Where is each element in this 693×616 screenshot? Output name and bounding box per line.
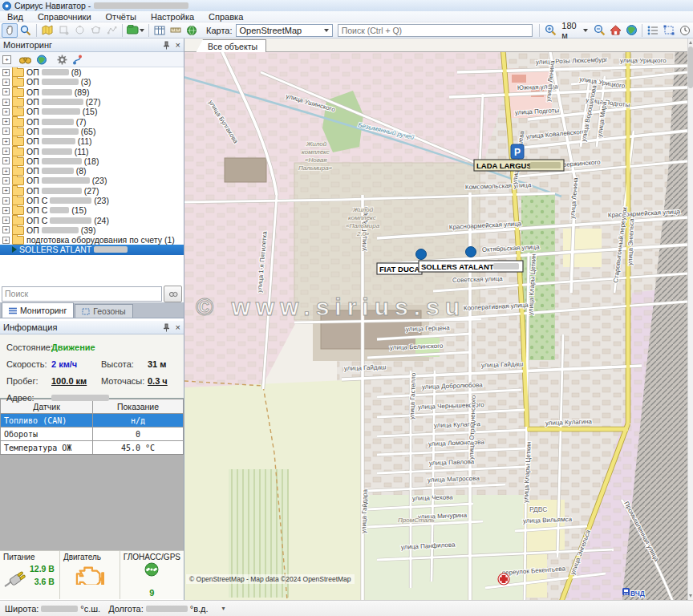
- hours-value[interactable]: 0.3 ч: [148, 376, 177, 386]
- scale-select[interactable]: 180 м: [558, 24, 591, 37]
- select-area-button[interactable]: [661, 23, 677, 38]
- home-button[interactable]: [607, 23, 623, 38]
- expander-icon[interactable]: +: [2, 237, 10, 244]
- expander-icon[interactable]: +: [2, 108, 10, 116]
- expander-icon[interactable]: +: [2, 99, 10, 106]
- tree-item[interactable]: +ОП (11): [0, 146, 184, 156]
- pin-icon[interactable]: [162, 323, 171, 332]
- tree-item[interactable]: +ОП (18): [0, 156, 184, 166]
- zoom-out-button[interactable]: [591, 23, 607, 38]
- train-depot-icon: [622, 588, 630, 595]
- binoculars-icon[interactable]: [19, 55, 31, 64]
- pin-icon[interactable]: [162, 41, 171, 50]
- expander-icon[interactable]: +: [2, 168, 10, 175]
- expander-icon[interactable]: +: [2, 128, 10, 135]
- tree-item[interactable]: +ОП С(23): [0, 196, 184, 205]
- refresh-globe-button[interactable]: [184, 23, 200, 38]
- tree-item[interactable]: +ОП (89): [0, 87, 184, 97]
- tree-item-label: SOLLERS ATLANT: [19, 245, 91, 254]
- add-point-tool-button[interactable]: [55, 23, 71, 38]
- circle-tool-button[interactable]: [71, 23, 87, 38]
- zoom-in-button[interactable]: [542, 23, 558, 38]
- tab-monitoring[interactable]: Мониторинг: [2, 302, 74, 318]
- polygon-tool-button[interactable]: [87, 23, 103, 38]
- sensor-value: н/д: [93, 414, 184, 428]
- tree-item-count: (8): [71, 67, 82, 77]
- vehicle-label[interactable]: SOLLERS ATALANT: [419, 261, 523, 272]
- tree-item[interactable]: +ОП (27): [0, 186, 184, 196]
- close-icon[interactable]: ×: [176, 40, 180, 50]
- expander-icon[interactable]: +: [2, 157, 10, 164]
- track-route-icon[interactable]: [72, 55, 83, 65]
- close-icon[interactable]: ×: [176, 322, 180, 332]
- sensor-row[interactable]: Температура ОЖ45.0 °C: [1, 441, 184, 455]
- gear-icon[interactable]: [57, 55, 67, 65]
- layers-button[interactable]: [125, 23, 146, 38]
- tree-item[interactable]: +ОП (8): [0, 67, 184, 77]
- table-view-button[interactable]: [152, 23, 168, 38]
- menu-item[interactable]: Настройка: [144, 11, 201, 22]
- ruler-button[interactable]: [168, 23, 184, 38]
- tree-item[interactable]: +ОП (39): [0, 225, 184, 235]
- tree-item[interactable]: +ОП (65): [0, 127, 184, 136]
- scrollbar-thumb[interactable]: [688, 47, 693, 88]
- map-globe-icon[interactable]: [36, 55, 47, 65]
- sidebar-search-input[interactable]: [2, 286, 162, 302]
- tree-item[interactable]: +ОП С(24): [0, 215, 184, 225]
- menu-item[interactable]: Справка: [201, 11, 250, 22]
- menu-item[interactable]: Отчёты: [99, 11, 144, 22]
- zoom-tool-button[interactable]: [18, 23, 34, 38]
- tree-item[interactable]: +ОП (3): [0, 77, 184, 87]
- vehicle-label[interactable]: FIAT DUCAT: [377, 263, 424, 274]
- mileage-value[interactable]: 100.0 км: [51, 376, 101, 386]
- tree-item[interactable]: +ОП (15): [0, 107, 184, 116]
- tab-geozones[interactable]: Геозоны: [75, 304, 132, 318]
- map-tab-all-objects[interactable]: Все объекты: [196, 39, 266, 53]
- expander-icon[interactable]: +: [2, 187, 10, 194]
- expander-icon[interactable]: +: [2, 148, 10, 155]
- expander-icon[interactable]: +: [2, 88, 10, 95]
- tree-item[interactable]: +ОП (23): [0, 176, 184, 185]
- expander-icon[interactable]: +: [2, 217, 10, 224]
- tree-item[interactable]: +ОП (8): [0, 166, 184, 176]
- globe-button[interactable]: [623, 23, 639, 38]
- expander-icon[interactable]: +: [2, 197, 10, 205]
- map-vertical-scrollbar[interactable]: [687, 38, 693, 600]
- tree-item-selected-vehicle[interactable]: +SOLLERS ATLANT: [0, 245, 184, 254]
- tree-item[interactable]: +ОП (11): [0, 136, 184, 146]
- tree-item[interactable]: +ОП С(15): [0, 205, 184, 215]
- map-edit-button[interactable]: [39, 23, 55, 38]
- scroll-down-arrow[interactable]: [689, 594, 692, 598]
- expander-icon[interactable]: +: [2, 138, 10, 145]
- expander-icon[interactable]: +: [2, 79, 10, 86]
- map-canvas[interactable]: улица Розы ЛюксембургЮжная улицаулица Ур…: [184, 52, 687, 600]
- tree-item-redacted: [42, 79, 79, 85]
- coords-format-dropdown[interactable]: ▾: [222, 605, 225, 612]
- sensor-row[interactable]: Топливо (CAN)н/д: [1, 414, 184, 428]
- quick-search-input[interactable]: [338, 24, 533, 37]
- menu-item[interactable]: Вид: [0, 11, 30, 22]
- expander-icon[interactable]: +: [2, 118, 10, 125]
- map-select[interactable]: OpenStreetMap: [236, 24, 333, 37]
- sensor-row[interactable]: Обороты0: [1, 428, 184, 441]
- object-list-button[interactable]: [645, 23, 661, 38]
- menu-item[interactable]: Справочники: [30, 11, 99, 22]
- vehicle-label[interactable]: LADA LARGUS: [474, 160, 564, 171]
- geozones-tab-icon: [82, 308, 90, 315]
- vehicle-marker[interactable]: [416, 249, 427, 260]
- map-area[interactable]: Все объекты: [184, 38, 687, 600]
- expander-icon[interactable]: +: [2, 69, 10, 76]
- scroll-up-arrow[interactable]: [689, 41, 692, 44]
- search-options-button[interactable]: [164, 286, 182, 302]
- expand-all-button[interactable]: +: [2, 55, 11, 64]
- vehicle-marker[interactable]: [466, 247, 476, 257]
- expander-icon[interactable]: +: [2, 207, 10, 214]
- pan-tool-button[interactable]: [2, 23, 18, 38]
- tree-item[interactable]: +ОП (27): [0, 97, 184, 107]
- expander-icon[interactable]: +: [2, 226, 10, 233]
- tree-item[interactable]: +подготовка оборудования по счету (1): [0, 235, 184, 245]
- polyline-tool-button[interactable]: [103, 23, 120, 38]
- history-clock-button[interactable]: [677, 23, 693, 38]
- expander-icon[interactable]: +: [2, 177, 10, 184]
- tree-item[interactable]: +ОП (7): [0, 116, 184, 126]
